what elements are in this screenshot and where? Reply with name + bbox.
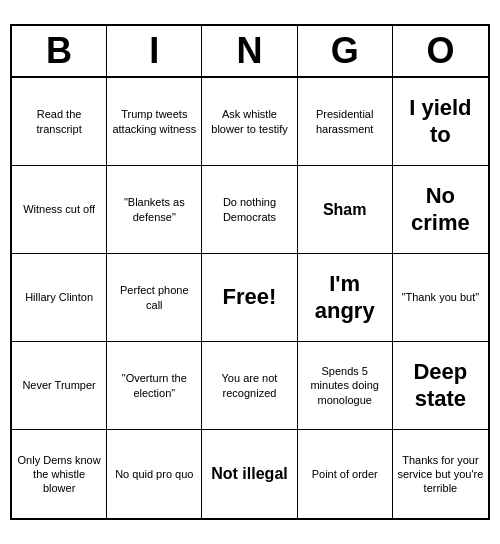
cell-text: Not illegal [211,464,287,483]
cell-text: No crime [397,183,484,236]
bingo-cell-21: No quid pro quo [107,430,202,518]
header-letter: O [393,26,488,76]
bingo-cell-16: "Overturn the election" [107,342,202,430]
bingo-cell-7: Do nothing Democrats [202,166,297,254]
bingo-cell-20: Only Dems know the whistle blower [12,430,107,518]
cell-text: Trump tweets attacking witness [111,107,197,136]
bingo-cell-5: Witness cut off [12,166,107,254]
bingo-cell-24: Thanks for your service but you're terri… [393,430,488,518]
cell-text: Sham [323,200,367,219]
cell-text: "Blankets as defense" [111,195,197,224]
bingo-cell-0: Read the transcript [12,78,107,166]
cell-text: Free! [223,283,277,312]
bingo-cell-23: Point of order [298,430,393,518]
cell-text: "Overturn the election" [111,371,197,400]
bingo-cell-3: Presidential harassment [298,78,393,166]
bingo-card: BINGO Read the transcriptTrump tweets at… [10,24,490,520]
bingo-cell-13: I'm angry [298,254,393,342]
cell-text: I yield to [397,95,484,148]
cell-text: Witness cut off [23,202,95,216]
cell-text: You are not recognized [206,371,292,400]
bingo-cell-8: Sham [298,166,393,254]
bingo-cell-9: No crime [393,166,488,254]
bingo-cell-14: "Thank you but" [393,254,488,342]
cell-text: Read the transcript [16,107,102,136]
cell-text: Only Dems know the whistle blower [16,453,102,496]
header-letter: N [202,26,297,76]
cell-text: Never Trumper [22,378,95,392]
bingo-cell-10: Hillary Clinton [12,254,107,342]
bingo-cell-2: Ask whistle blower to testify [202,78,297,166]
header-letter: I [107,26,202,76]
bingo-header: BINGO [12,26,488,78]
cell-text: No quid pro quo [115,467,193,481]
bingo-cell-19: Deep state [393,342,488,430]
bingo-cell-15: Never Trumper [12,342,107,430]
bingo-cell-6: "Blankets as defense" [107,166,202,254]
bingo-cell-18: Spends 5 minutes doing monologue [298,342,393,430]
bingo-cell-11: Perfect phone call [107,254,202,342]
bingo-grid: Read the transcriptTrump tweets attackin… [12,78,488,518]
cell-text: Ask whistle blower to testify [206,107,292,136]
cell-text: Point of order [312,467,378,481]
bingo-cell-22: Not illegal [202,430,297,518]
bingo-cell-17: You are not recognized [202,342,297,430]
bingo-cell-1: Trump tweets attacking witness [107,78,202,166]
cell-text: Do nothing Democrats [206,195,292,224]
cell-text: Presidential harassment [302,107,388,136]
bingo-cell-12: Free! [202,254,297,342]
cell-text: Perfect phone call [111,283,197,312]
cell-text: I'm angry [302,271,388,324]
header-letter: G [298,26,393,76]
cell-text: "Thank you but" [402,290,480,304]
header-letter: B [12,26,107,76]
cell-text: Deep state [397,359,484,412]
cell-text: Thanks for your service but you're terri… [397,453,484,496]
cell-text: Spends 5 minutes doing monologue [302,364,388,407]
cell-text: Hillary Clinton [25,290,93,304]
bingo-cell-4: I yield to [393,78,488,166]
